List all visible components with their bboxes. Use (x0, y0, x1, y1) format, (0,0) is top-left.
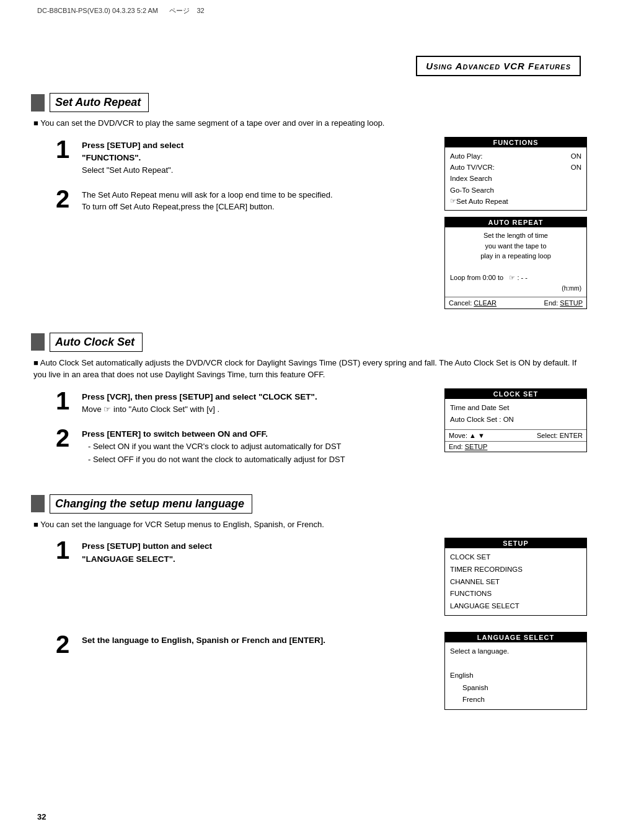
section-language: Changing the setup menu language You can… (31, 494, 587, 716)
cancel-label: Cancel: CLEAR (449, 299, 497, 307)
spanish-option: Spanish (462, 682, 581, 694)
setup-screen: SETUP CLOCK SET TIMER RECORDINGS CHANNEL… (444, 538, 587, 616)
filename: DC-B8CB1N-PS(VE3.0) 04.3.23 5:2 AM (37, 7, 158, 14)
french-option: French (462, 694, 581, 706)
section1-header: Set Auto Repeat (31, 93, 587, 112)
s2-step1-content: Press [VCR], then press [SETUP] and sele… (82, 388, 317, 416)
page-ref: ページ 32 (169, 7, 204, 14)
language-select-screen: LANGUAGE SELECT Select a language. Engli… (444, 632, 587, 710)
section2-header: Auto Clock Set (31, 333, 587, 352)
title-box: Using Advanced VCR Features (416, 56, 581, 76)
functions-screen-body: Auto Play: ON Auto TV/VCR: ON Index Sear… (445, 147, 586, 211)
clock-set-screen-title: CLOCK SET (445, 389, 586, 399)
setup-screen-title: SETUP (445, 538, 586, 548)
s3-step2-number: 2 (56, 632, 74, 657)
section3-header: Changing the setup menu language (31, 494, 587, 514)
step2-content: The Set Auto Repeat menu will ask for a … (82, 186, 333, 213)
section3-step2: 2 Set the language to English, Spanish o… (56, 632, 426, 657)
clock-set-screen: CLOCK SET Time and Date Set Auto Clock S… (444, 388, 587, 452)
section1-step2: 2 The Set Auto Repeat menu will ask for … (56, 186, 426, 213)
language-select-screen-body: Select a language. English Spanish Frenc… (445, 642, 586, 709)
s3-step1-number: 1 (56, 538, 74, 566)
clock-set-screen-footer: Move: ▲ ▼ Select: ENTER (445, 429, 586, 441)
auto-repeat-screen-title: AUTO REPEAT (445, 217, 586, 227)
s2-step2-number: 2 (56, 426, 74, 467)
auto-clock-set-item: Auto Clock Set : ON (450, 414, 581, 426)
section-auto-clock-set: Auto Clock Set Auto Clock Set automatica… (31, 333, 587, 477)
end-label: End: SETUP (544, 299, 583, 307)
auto-repeat-screen: AUTO REPEAT Set the length of time you w… (444, 217, 587, 308)
s3-step1-content: Press [SETUP] button and select "LANGUAG… (82, 538, 212, 566)
functions-set-auto-repeat: Set Auto Repeat (450, 196, 581, 207)
move-label: Move: ▲ ▼ (449, 432, 485, 439)
english-option: English (450, 670, 581, 682)
section3-step1: 1 Press [SETUP] button and select "LANGU… (56, 538, 426, 566)
page-number: 32 (37, 812, 46, 821)
select-label: Select: ENTER (537, 432, 583, 439)
section2-title: Auto Clock Set (50, 333, 143, 352)
section2-description: Auto Clock Set automatically adjusts the… (33, 357, 587, 381)
section2-color-bar (31, 333, 45, 351)
section3-title: Changing the setup menu language (50, 494, 252, 514)
s2-step2-content: Press [ENTER] to switch between ON and O… (82, 426, 345, 467)
section2-step1: 1 Press [VCR], then press [SETUP] and se… (56, 388, 426, 416)
section1-color-bar (31, 94, 45, 112)
step1-number: 1 (56, 137, 74, 177)
page-header: DC-B8CB1N-PS(VE3.0) 04.3.23 5:2 AM ページ 3… (37, 6, 205, 15)
functions-screen: FUNCTIONS Auto Play: ON Auto TV/VCR: ON … (444, 137, 587, 211)
section-set-auto-repeat: Set Auto Repeat You can set the DVD/VCR … (31, 93, 587, 315)
auto-repeat-screen-body: Set the length of time you want the tape… (445, 227, 586, 296)
clock-set-screen-body: Time and Date Set Auto Clock Set : ON (445, 399, 586, 429)
section3-description: You can set the language for VCR Setup m… (33, 518, 587, 531)
setup-screen-body: CLOCK SET TIMER RECORDINGS CHANNEL SET F… (445, 548, 586, 615)
step1-content: Press [SETUP] and select "FUNCTIONS". Se… (82, 137, 183, 177)
auto-repeat-screen-footer: Cancel: CLEAR End: SETUP (445, 297, 586, 308)
functions-screen-title: FUNCTIONS (445, 138, 586, 147)
language-select-item: LANGUAGE SELECT (450, 600, 581, 613)
page-title: Using Advanced VCR Features (426, 61, 571, 71)
section1-step1: 1 Press [SETUP] and select "FUNCTIONS". … (56, 137, 426, 177)
language-select-screen-title: LANGUAGE SELECT (445, 632, 586, 642)
section1-description: You can set the DVD/VCR to play the same… (33, 117, 587, 129)
section1-title: Set Auto Repeat (50, 93, 149, 112)
s2-step1-number: 1 (56, 388, 74, 416)
section3-color-bar (31, 495, 45, 512)
section2-step2: 2 Press [ENTER] to switch between ON and… (56, 426, 426, 467)
step2-number: 2 (56, 186, 74, 213)
s3-step2-content: Set the language to English, Spanish or … (82, 632, 325, 657)
